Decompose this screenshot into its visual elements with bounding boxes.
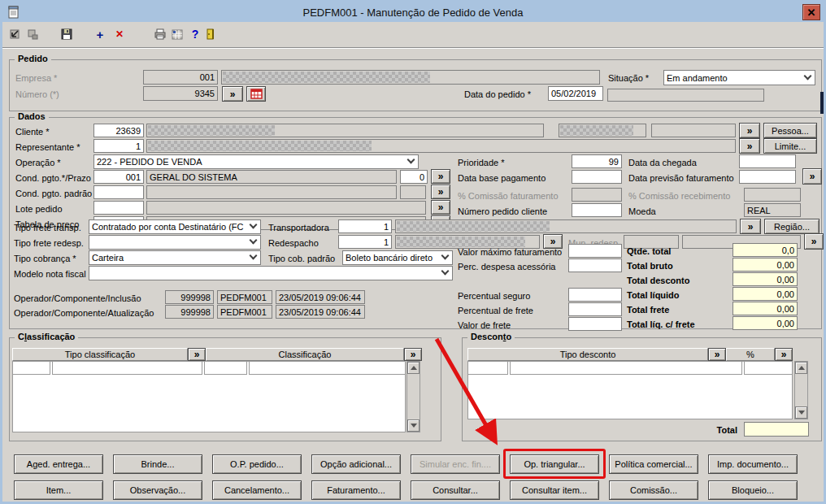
prioridade-label: Prioridade * — [458, 157, 504, 168]
desconto-tipo-zoom-button[interactable]: » — [708, 348, 726, 361]
redacted-value — [397, 221, 550, 232]
lote-code-field[interactable] — [93, 201, 144, 215]
exit-icon[interactable] — [202, 27, 217, 41]
operador-datetime-field: 23/05/2019 09:06:44 — [276, 290, 365, 304]
scroll-up-icon[interactable] — [795, 362, 807, 374]
observacao-button[interactable]: Observação... — [113, 480, 202, 500]
perc-despesa-field[interactable] — [568, 259, 622, 272]
classificacao-scrollbar[interactable] — [406, 361, 420, 432]
consultar-button[interactable]: Consultar... — [411, 480, 500, 500]
cond-prazo-code-field[interactable]: 001 — [93, 170, 144, 184]
title-bar[interactable]: PEDFM001 - Manutenção de Pedido de Venda… — [2, 2, 824, 22]
chevron-down-icon — [441, 252, 450, 260]
cliente-field[interactable]: 23639 — [93, 124, 144, 137]
representante-zoom-button[interactable]: » — [739, 138, 760, 154]
cliente-label: Cliente * — [15, 126, 50, 137]
transportadora-field[interactable]: 1 — [338, 219, 392, 233]
chevron-down-icon — [250, 252, 258, 260]
scroll-down-icon[interactable] — [795, 406, 807, 419]
goto-icon[interactable] — [7, 27, 22, 41]
imp-documento-button[interactable]: Imp. documento... — [708, 454, 798, 474]
brinde-button[interactable]: Brinde... — [113, 454, 202, 474]
aged-entrega-button[interactable]: Aged. entrega... — [14, 454, 103, 474]
valor-max-field[interactable] — [568, 244, 622, 258]
scroll-up-icon[interactable] — [407, 362, 420, 374]
cond-padrao-zoom-button[interactable]: » — [431, 185, 450, 199]
cascade-icon[interactable] — [25, 27, 40, 41]
close-button[interactable]: ✕ — [802, 4, 820, 20]
grid-cell[interactable] — [467, 361, 508, 375]
scroll-down-icon[interactable] — [407, 419, 420, 432]
representante-field[interactable]: 1 — [93, 139, 144, 153]
total-value: 0,00 — [733, 287, 798, 301]
classificacao-zoom-button[interactable]: » — [404, 348, 422, 361]
classificacao-group-title: Classificação — [15, 332, 78, 341]
grid-cell[interactable] — [52, 361, 202, 375]
data-previsao-field[interactable] — [739, 170, 796, 184]
consultar-item-button[interactable]: Consultar item... — [510, 480, 599, 500]
mun-redesp-zoom-button[interactable]: » — [804, 233, 824, 250]
prioridade-field[interactable]: 99 — [572, 154, 622, 168]
operador-atualizacao-label: Operador/Componente/Atualização — [14, 307, 154, 319]
perc-frete-field[interactable] — [568, 302, 622, 316]
data-previsao-zoom-button[interactable]: » — [802, 168, 822, 185]
data-pedido-label: Data do pedido * — [464, 89, 531, 100]
item-button[interactable]: Item... — [14, 480, 103, 500]
comissao-button[interactable]: Comissão... — [609, 480, 698, 500]
grid-cell[interactable] — [744, 361, 793, 375]
transportadora-name-field — [395, 219, 737, 233]
frete-redesp-combo[interactable] — [89, 235, 261, 250]
desconto-pct-zoom-button[interactable]: » — [775, 348, 793, 361]
numero-zoom-button[interactable]: » — [222, 86, 243, 102]
cliente-zoom-button[interactable]: » — [739, 123, 760, 138]
total-value: 0,00 — [733, 272, 798, 286]
help-icon[interactable]: ? — [188, 27, 202, 41]
transportadora-zoom-button[interactable]: » — [740, 219, 761, 234]
window-title: PEDFM001 - Manutenção de Pedido de Venda — [2, 7, 824, 19]
opcao-adicional-button[interactable]: Opção adicional... — [311, 454, 401, 474]
valor-frete-field[interactable] — [568, 317, 622, 331]
desconto-scrollbar[interactable] — [794, 361, 808, 419]
desconto-group-title: Desconto — [467, 332, 515, 341]
data-pedido-field[interactable]: 05/02/2019 — [548, 86, 603, 101]
data-chegada-field[interactable] — [739, 154, 796, 168]
classificacao-tipo-zoom-button[interactable]: » — [188, 348, 206, 361]
modelo-nf-combo[interactable] — [89, 266, 453, 280]
pessoa-button[interactable]: Pessoa... — [763, 123, 817, 138]
op-pedido-button[interactable]: O.P. pedido... — [212, 454, 302, 474]
numero-pedido-cliente-field[interactable] — [572, 203, 622, 217]
data-base-field[interactable] — [572, 170, 622, 184]
empresa-label: Empresa * — [15, 72, 57, 84]
redespacho-field[interactable]: 1 — [338, 235, 392, 249]
regiao-button[interactable]: Região... — [764, 219, 819, 234]
grid-icon[interactable] — [170, 27, 185, 41]
grid-cell[interactable] — [204, 361, 247, 375]
politica-comercial-button[interactable]: Política comercial... — [609, 454, 698, 474]
faturamento-button[interactable]: Faturamento... — [311, 480, 401, 500]
comissao-rec-field — [744, 188, 801, 202]
perc-seguro-field[interactable] — [568, 288, 622, 302]
grid-cell[interactable] — [510, 361, 742, 375]
grid-cell[interactable] — [12, 361, 50, 375]
bloqueio-button[interactable]: Bloqueio... — [708, 480, 798, 500]
operador-component-field: PEDFM001 — [217, 290, 272, 304]
cancelamento-button[interactable]: Cancelamento... — [212, 480, 302, 500]
cob-padrao-combo[interactable]: Boleto bancário direto — [342, 250, 453, 265]
lote-zoom-button[interactable]: » — [431, 200, 450, 215]
delete-icon[interactable]: ✕ — [112, 27, 127, 41]
cond-padrao-code-field[interactable] — [93, 185, 144, 199]
operacao-combo[interactable]: 222 - PEDIDO DE VENDA — [93, 154, 419, 169]
add-icon[interactable]: + — [93, 27, 107, 41]
operador-code-field: 999998 — [165, 305, 214, 319]
cobranca-combo[interactable]: Carteira — [89, 250, 261, 265]
cond-prazo-zoom-button[interactable]: » — [431, 169, 450, 184]
situacao-combo[interactable]: Em andamento — [663, 70, 815, 85]
representante-name-field — [146, 139, 736, 153]
cond-prazo-extra-field[interactable]: 0 — [400, 170, 428, 184]
print-icon[interactable] — [153, 27, 167, 41]
save-icon[interactable] — [59, 27, 74, 41]
frete-transp-combo[interactable]: Contratado por conta Destinatário (FC — [89, 219, 261, 234]
grid-cell[interactable] — [249, 361, 406, 375]
limite-button[interactable]: Limite... — [763, 138, 817, 154]
browse-grid-button[interactable] — [246, 86, 266, 102]
